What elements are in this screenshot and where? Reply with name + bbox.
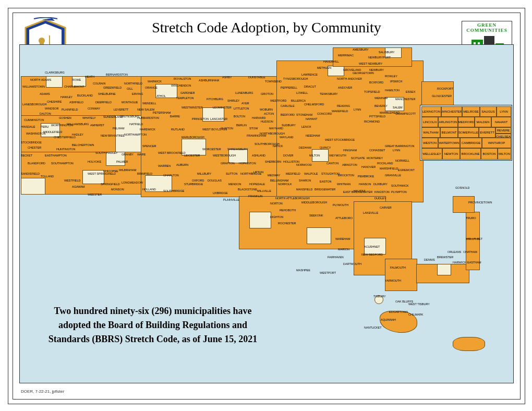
muni-label: GOSNOLD — [455, 187, 470, 190]
summary-text: Two hundred ninety-six (296) municipalit… — [41, 304, 265, 346]
inset-muni: REVERE — [495, 127, 511, 134]
page-title: Stretch Code Adoption, by Community — [13, 19, 520, 36]
muni-label: MASHPEE — [296, 269, 310, 272]
inset-muni: MILTON — [498, 148, 511, 160]
inset-muni: MALDEN — [475, 117, 491, 127]
muni-label: CLARKSBURG — [45, 71, 65, 75]
muni-label: PLAINVILLE — [223, 199, 239, 202]
inset-muni: WINCHESTER — [441, 106, 462, 117]
map-container: AMESBURY SALISBURY MERRIMAC NEWBURYPORT … — [19, 44, 514, 383]
inset-muni: MELROSE — [462, 106, 480, 117]
inset-muni: WINTHROP — [482, 138, 511, 148]
inset-muni: LYNN — [497, 106, 511, 117]
inset-muni: NEWTON — [442, 148, 460, 160]
inset-muni: ARLINGTON — [438, 117, 458, 127]
inset-muni: LINCOLN — [421, 117, 438, 127]
inset-muni: EVERETT — [479, 127, 495, 138]
inset-boston-metro: LEXINGTON WINCHESTER MELROSE SAUGUS LYNN… — [420, 105, 512, 161]
muni-label: OAK BLUFFS — [395, 300, 413, 304]
inset-muni: SAUGUS — [480, 106, 497, 117]
inset-muni: WELLESLEY — [421, 148, 442, 160]
inset-muni: WESTON — [421, 138, 438, 148]
credit-line: DOER, 7-22-21, jpfister — [21, 389, 64, 394]
inset-muni: BOSTON — [481, 148, 498, 160]
muni-label: ORLEANS — [448, 251, 461, 254]
inset-muni: BROOKLINE — [460, 148, 481, 160]
svg-point-0 — [39, 38, 45, 44]
page-frame: Stretch Code Adoption, by Community GREE… — [8, 8, 525, 404]
inset-muni: WATERTOWN — [438, 138, 460, 148]
inset-muni: NAHANT — [491, 117, 511, 127]
inset-muni: SOMERVILLE — [458, 127, 479, 138]
inset-muni: WALTHAM — [421, 127, 440, 138]
muni-label: NANTUCKET — [364, 327, 382, 330]
inner-frame: Stretch Code Adoption, by Community GREE… — [13, 13, 521, 400]
muni-label: WESTPORT — [320, 272, 336, 275]
muni-label: WEST TISBURY — [408, 303, 430, 306]
muni-label: DENNIS — [424, 259, 435, 262]
muni-label: BREWSTER — [437, 256, 453, 259]
muni-label: FAIRHAVEN — [328, 256, 344, 259]
inset-muni: MEDFORD — [458, 117, 475, 127]
inset-muni: LEXINGTON — [421, 106, 441, 117]
inset-muni: BELMONT — [440, 127, 458, 138]
inset-muni: CAMBRIDGE — [460, 138, 482, 148]
